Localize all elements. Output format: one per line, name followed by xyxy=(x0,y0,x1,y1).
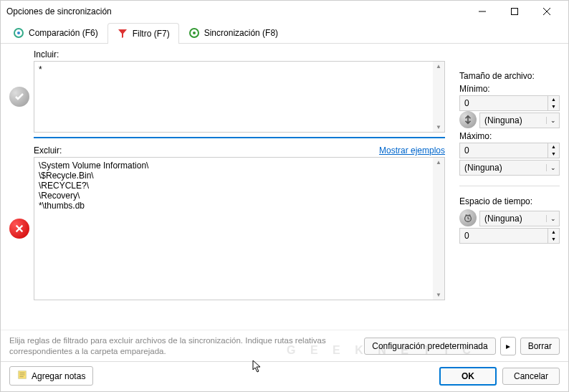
funnel-icon xyxy=(117,28,128,39)
ok-button[interactable]: OK xyxy=(439,367,497,386)
svg-point-5 xyxy=(17,32,20,34)
gear-blue-icon xyxy=(13,27,24,39)
tabstrip: Comparación (F6) Filtro (F7) Sincronizac… xyxy=(1,22,568,44)
spin-up-icon[interactable]: ▲ xyxy=(548,229,559,236)
min-size-value: 0 xyxy=(460,98,548,108)
cancel-button[interactable]: Cancelar xyxy=(502,368,560,385)
add-notes-button[interactable]: Agregar notas xyxy=(9,366,93,386)
scrollbar[interactable]: ▲ ▼ xyxy=(433,158,444,300)
chevron-down-icon[interactable]: ⌄ xyxy=(546,215,559,222)
timespan-spinbox[interactable]: 0 ▲▼ xyxy=(459,228,560,244)
scroll-down-icon[interactable]: ▼ xyxy=(434,290,443,300)
include-icon xyxy=(9,87,29,107)
chevron-down-icon[interactable]: ⌄ xyxy=(546,164,559,171)
max-size-value: 0 xyxy=(460,145,548,156)
spin-down-icon[interactable]: ▼ xyxy=(548,150,559,158)
tab-comparison[interactable]: Comparación (F6) xyxy=(4,22,107,43)
minimize-button[interactable] xyxy=(466,1,498,21)
close-button[interactable] xyxy=(530,1,563,21)
exclude-icon xyxy=(9,219,29,239)
filesize-header: Tamaño de archivo: xyxy=(459,71,560,81)
min-label: Mínimo: xyxy=(459,84,560,94)
maximize-button[interactable] xyxy=(498,1,530,21)
gear-green-icon xyxy=(188,27,200,39)
min-unit-value: (Ninguna) xyxy=(480,115,546,125)
clear-button[interactable]: Borrar xyxy=(520,338,560,355)
titlebar: Opciones de sincronización xyxy=(1,1,568,22)
show-examples-link[interactable]: Mostrar ejemplos xyxy=(379,145,445,156)
min-unit-combo[interactable]: (Ninguna) ⌄ xyxy=(479,113,560,128)
exclude-textbox[interactable]: \System Volume Information\ \$Recycle.Bi… xyxy=(34,157,445,300)
max-unit-value: (Ninguna) xyxy=(460,163,546,173)
separator xyxy=(459,186,560,186)
tab-sync[interactable]: Sincronización (F8) xyxy=(179,22,287,43)
tab-label: Filtro (F7) xyxy=(133,29,170,39)
spin-up-icon[interactable]: ▲ xyxy=(548,96,559,103)
window-title: Opciones de sincronización xyxy=(6,6,466,16)
timespan-unit-combo[interactable]: (Ninguna) ⌄ xyxy=(479,211,560,226)
tab-filter[interactable]: Filtro (F7) xyxy=(107,23,179,44)
notes-icon xyxy=(17,370,27,382)
min-size-spinbox[interactable]: 0 ▲▼ xyxy=(459,95,560,111)
config-menu-button[interactable]: ▸ xyxy=(500,337,516,355)
max-size-spinbox[interactable]: 0 ▲▼ xyxy=(459,143,560,158)
timespan-value: 0 xyxy=(460,231,548,241)
tab-label: Comparación (F6) xyxy=(29,28,98,38)
spin-down-icon[interactable]: ▼ xyxy=(548,236,559,243)
spin-down-icon[interactable]: ▼ xyxy=(548,103,559,110)
tab-label: Sincronización (F8) xyxy=(204,28,278,38)
scroll-up-icon[interactable]: ▲ xyxy=(434,158,443,167)
scroll-down-icon[interactable]: ▼ xyxy=(434,123,443,132)
add-notes-label: Agregar notas xyxy=(32,371,85,381)
scrollbar[interactable]: ▲ ▼ xyxy=(433,62,444,132)
svg-point-7 xyxy=(193,32,196,34)
divider xyxy=(34,137,445,138)
timespan-unit-value: (Ninguna) xyxy=(480,214,546,224)
include-value: * xyxy=(34,62,444,77)
default-config-button[interactable]: Configuración predeterminada xyxy=(364,338,495,355)
include-textbox[interactable]: * ▲ ▼ xyxy=(34,61,445,133)
exclude-label: Excluir: xyxy=(34,145,62,156)
timespan-header: Espacio de tiempo: xyxy=(459,196,560,206)
scroll-up-icon[interactable]: ▲ xyxy=(434,62,443,71)
include-label: Incluir: xyxy=(34,49,445,59)
clock-icon xyxy=(459,209,477,226)
max-unit-combo[interactable]: (Ninguna) ⌄ xyxy=(459,160,560,176)
hint-text: Elija reglas de filtrado para excluir ar… xyxy=(9,335,364,357)
exclude-value: \System Volume Information\ \$Recycle.Bi… xyxy=(34,158,444,214)
spin-up-icon[interactable]: ▲ xyxy=(548,143,559,150)
size-icon xyxy=(459,111,477,128)
max-label: Máximo: xyxy=(459,131,560,141)
chevron-down-icon[interactable]: ⌄ xyxy=(546,117,559,124)
svg-rect-1 xyxy=(511,9,517,15)
